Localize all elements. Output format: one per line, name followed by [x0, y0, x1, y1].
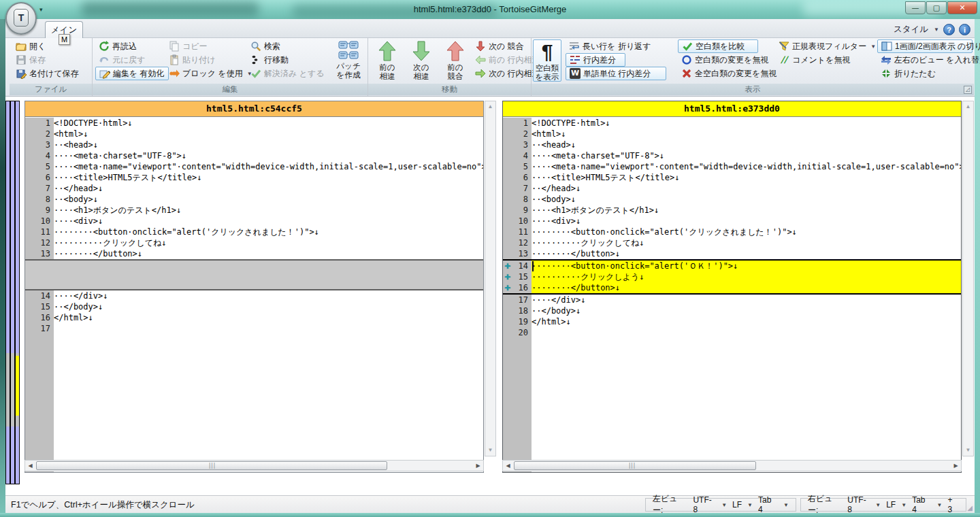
dialog-launcher-icon[interactable]: ◿ — [964, 86, 972, 94]
code-line[interactable]: 2<html>↓ — [503, 129, 961, 139]
code-line[interactable]: 11········<button·onclick="alert('クリックされ… — [503, 227, 961, 237]
chevron-down-icon[interactable]: ▼ — [721, 502, 727, 508]
code-line[interactable]: 9····<h1>ボタンのテスト</h1>↓ — [503, 205, 961, 216]
scroll-down-icon[interactable]: ▼ — [485, 445, 495, 456]
scroll-up-icon[interactable]: ▲ — [963, 101, 973, 112]
code-line[interactable]: 5····<meta·name="viewport"·content="widt… — [25, 161, 483, 172]
locator-column-middle[interactable] — [10, 101, 15, 484]
collapse-button[interactable]: 折りたたむ — [877, 67, 980, 80]
code-line[interactable]: 7··</head>↓ — [503, 183, 961, 194]
use-block-button[interactable]: ブロック を使用 ▼ — [165, 67, 256, 80]
code-line[interactable]: 8··<body>↓ — [503, 194, 961, 205]
info-icon[interactable]: i — [959, 24, 970, 35]
quick-access-dropdown-icon[interactable]: ▾ — [39, 6, 43, 13]
right-view-eol[interactable]: LF — [886, 500, 896, 510]
code-line[interactable]: 6····<title>HTML5テスト</title>↓ — [25, 172, 483, 183]
chevron-down-icon[interactable]: ▼ — [875, 502, 881, 508]
code-line[interactable]: 13········</button>↓ — [503, 248, 961, 259]
scroll-right-icon[interactable]: ▶ — [951, 461, 961, 471]
compare-whitespace-button[interactable]: 空白類を比較 — [678, 39, 758, 53]
code-line[interactable]: 1<!DOCTYPE·html>↓ — [25, 118, 483, 129]
create-patch-button[interactable]: パッチ を作成 — [332, 39, 365, 83]
scroll-right-icon[interactable]: ▶ — [473, 461, 483, 471]
code-line[interactable]: 10····<div>↓ — [503, 216, 961, 227]
right-vertical-scrollbar[interactable]: ▲ ▼ — [962, 101, 974, 456]
goto-line-button[interactable]: 行移動 — [247, 53, 327, 67]
swap-views-button[interactable]: 左右のビュー を入れ替え — [877, 53, 980, 67]
right-horizontal-scrollbar[interactable]: ◀ ▶ ||| — [502, 460, 962, 471]
undo-button[interactable]: 元に戻す — [95, 53, 169, 67]
right-pane-code[interactable]: 1<!DOCTYPE·html>↓2<html>↓3··<head>↓4····… — [503, 118, 961, 472]
save-button[interactable]: 保存 — [12, 53, 82, 67]
ignore-comments-button[interactable]: // コメントを無視 — [775, 53, 879, 67]
code-line[interactable]: 10····<div>↓ — [25, 216, 483, 227]
code-line[interactable]: 1<!DOCTYPE·html>↓ — [503, 118, 961, 129]
code-line[interactable]: 2<html>↓ — [25, 129, 483, 139]
code-line[interactable]: 15··</body>↓ — [25, 301, 483, 312]
code-line[interactable]: 12··········クリックしてね↓ — [25, 237, 483, 248]
code-line[interactable]: 11········<button·onclick="alert('クリックされ… — [25, 227, 483, 237]
save-as-button[interactable]: 名付けて保存 — [12, 67, 82, 80]
code-line[interactable]: 5····<meta·name="viewport"·content="widt… — [503, 161, 961, 172]
code-line[interactable]: 9····<h1>ボタンのテスト</h1>↓ — [25, 205, 483, 216]
prev-conflict-button[interactable]: 前の 競合 — [440, 39, 470, 83]
minimize-button[interactable]: — — [905, 1, 926, 14]
code-line[interactable]: +16········</button>↓ — [503, 282, 961, 295]
locator-column-right[interactable] — [15, 101, 20, 484]
chevron-down-icon[interactable]: ▼ — [934, 27, 939, 33]
chevron-down-icon[interactable]: ▼ — [937, 502, 943, 508]
ignore-all-ws-button[interactable]: 全空白類の変更を無視 — [678, 67, 781, 80]
show-whitespace-button[interactable]: ¶ 空白類 を表示 — [533, 39, 561, 82]
reload-button[interactable]: 再読込 — [95, 39, 169, 53]
copy-button[interactable]: コピー — [165, 39, 256, 53]
toggle-one-two-pane-button[interactable]: 1画面/2画面表示 の切り替え — [877, 39, 973, 53]
ignore-ws-change-button[interactable]: 空白類の変更を無視 — [678, 53, 781, 67]
left-vertical-scrollbar[interactable]: ▲ ▼ — [485, 101, 496, 456]
code-line[interactable]: 3··<head>↓ — [25, 139, 483, 150]
locator-column-left[interactable] — [5, 101, 10, 484]
close-button[interactable]: ✕ — [947, 1, 977, 14]
left-pane-code[interactable]: 1<!DOCTYPE·html>↓2<html>↓3··<head>↓4····… — [25, 118, 483, 472]
enable-edit-button[interactable]: 編集を 有効化 — [95, 67, 169, 80]
left-view-eol[interactable]: LF — [732, 500, 742, 510]
scroll-left-icon[interactable]: ◀ — [503, 461, 513, 471]
code-line[interactable]: 3··<head>↓ — [503, 139, 961, 150]
code-line[interactable]: 8··<body>↓ — [25, 194, 483, 205]
right-view-tab[interactable]: Tab 4 — [912, 495, 931, 514]
left-view-tab[interactable]: Tab 4 — [758, 495, 778, 514]
paste-button[interactable]: 貼り付け — [165, 53, 256, 67]
prev-difference-button[interactable]: 前の 相違 — [372, 39, 402, 83]
chevron-down-icon[interactable]: ▼ — [901, 502, 906, 508]
code-line[interactable]: 12··········クリックしてね↓ — [503, 237, 961, 248]
code-line[interactable]: 4····<meta·charset="UTF-8">↓ — [25, 150, 483, 161]
chevron-down-icon[interactable]: ▼ — [747, 502, 753, 508]
code-line[interactable]: 4····<meta·charset="UTF-8">↓ — [503, 150, 961, 161]
code-line[interactable]: 17····</div>↓ — [503, 295, 961, 305]
code-line[interactable]: +14········<button·onclick="alert('ＯＫ！')… — [503, 259, 961, 271]
code-line[interactable]: 16</html>↓ — [25, 312, 483, 323]
next-difference-button[interactable]: 次の 相違 — [406, 39, 436, 83]
code-line[interactable]: +15··········クリックしよう↓ — [503, 271, 961, 282]
open-button[interactable]: 開く — [12, 39, 82, 53]
regex-filter-button[interactable]: 正規表現フィルター ▼ — [775, 39, 879, 53]
right-view-encoding[interactable]: UTF-8 — [847, 495, 870, 514]
code-line[interactable]: 20 — [503, 327, 961, 338]
style-dropdown[interactable]: スタイル — [894, 24, 928, 35]
app-menu-button[interactable]: T — [5, 2, 37, 35]
mark-resolved-button[interactable]: 解決済み とする — [247, 67, 327, 80]
scroll-left-icon[interactable]: ◀ — [25, 461, 35, 471]
inline-diff-button[interactable]: 行内差分 — [566, 53, 625, 67]
wrap-long-lines-button[interactable]: 長い行を 折り返す — [566, 39, 666, 53]
code-line[interactable]: 18··</body>↓ — [503, 305, 961, 316]
maximize-button[interactable]: ▢ — [926, 1, 947, 14]
code-line[interactable]: 14····</div>↓ — [25, 290, 483, 301]
code-line[interactable]: 7··</head>↓ — [25, 183, 483, 194]
word-inline-diff-button[interactable]: W 単語単位 行内差分 — [566, 67, 666, 80]
chevron-down-icon[interactable]: ▼ — [783, 502, 789, 508]
scroll-up-icon[interactable]: ▲ — [485, 101, 495, 112]
code-line[interactable]: 13········</button>↓ — [25, 248, 483, 259]
code-line[interactable]: 6····<title>HTML5テスト</title>↓ — [503, 172, 961, 183]
search-button[interactable]: 検索 — [247, 39, 327, 53]
resize-grip[interactable]: ◢ — [967, 504, 973, 512]
help-icon[interactable]: ? — [943, 24, 955, 35]
